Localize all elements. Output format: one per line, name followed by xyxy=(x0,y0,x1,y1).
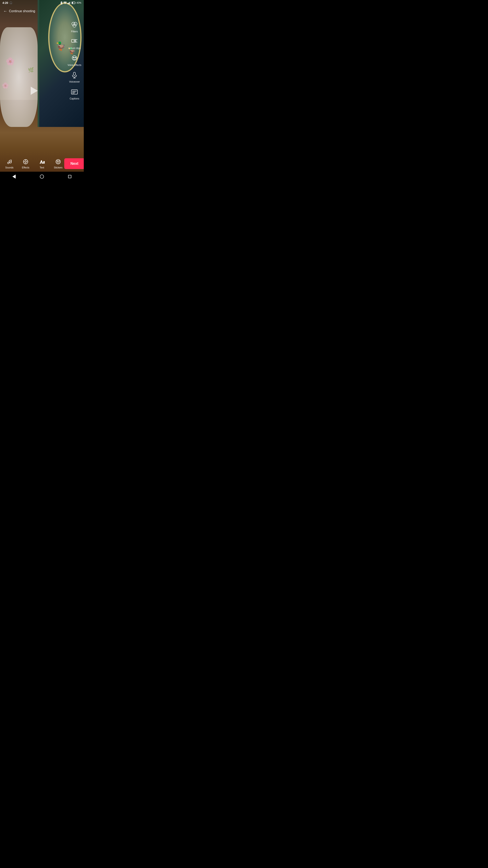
right-tools-panel: Filters Adjust clips xyxy=(67,20,82,100)
android-home-icon xyxy=(40,175,44,179)
svg-point-26 xyxy=(10,161,11,163)
android-recents-icon xyxy=(68,175,71,178)
stickers-label: Stickers xyxy=(54,166,63,169)
voice-effects-label: Voice effects xyxy=(67,64,82,66)
svg-rect-3 xyxy=(70,2,71,4)
svg-text:Aa: Aa xyxy=(40,159,45,164)
adjust-clips-button[interactable]: Adjust clips xyxy=(67,37,82,50)
bluetooth-icon xyxy=(60,1,63,4)
effects-button[interactable]: Effects xyxy=(20,158,32,169)
svg-rect-6 xyxy=(72,2,73,4)
status-left: 4:20 🎧 xyxy=(2,1,12,4)
svg-line-11 xyxy=(76,39,77,40)
bottom-tools-group: Sounds Effects xyxy=(3,158,64,169)
svg-point-8 xyxy=(74,22,77,25)
top-controls: ← Continue shooting xyxy=(0,7,84,15)
status-bar: 4:20 🎧 xyxy=(0,0,84,6)
captions-label: Captions xyxy=(69,97,79,100)
sounds-icon xyxy=(6,158,13,165)
next-button[interactable]: Next xyxy=(64,158,84,169)
effects-label: Effects xyxy=(22,166,29,169)
svg-point-39 xyxy=(59,161,59,161)
android-nav-bar xyxy=(0,172,84,182)
voiceover-icon xyxy=(70,70,79,80)
cup-object: 🌸 🌸 🌿 xyxy=(0,27,38,127)
back-arrow-icon: ← xyxy=(3,9,7,13)
filters-button[interactable]: Filters xyxy=(67,20,82,33)
svg-point-31 xyxy=(25,161,26,162)
headphone-icon: 🎧 xyxy=(9,1,12,4)
svg-line-12 xyxy=(76,42,77,42)
android-recents-button[interactable] xyxy=(65,172,74,181)
svg-rect-2 xyxy=(69,2,70,4)
filters-icon xyxy=(70,20,79,29)
effects-icon xyxy=(22,158,29,165)
svg-rect-1 xyxy=(68,3,69,4)
stickers-button[interactable]: Stickers xyxy=(52,158,64,169)
svg-point-17 xyxy=(75,57,76,58)
svg-rect-5 xyxy=(75,2,75,3)
play-button[interactable] xyxy=(29,86,39,96)
captions-icon xyxy=(70,88,79,96)
voiceover-button[interactable]: Voiceover xyxy=(67,70,82,83)
adjust-clips-label: Adjust clips xyxy=(68,47,81,50)
android-back-icon xyxy=(12,175,15,179)
adjust-clips-icon xyxy=(70,37,79,46)
android-home-button[interactable] xyxy=(37,172,46,181)
continue-shooting-label: Continue shooting xyxy=(9,9,35,13)
text-button[interactable]: Aa Text xyxy=(36,158,48,169)
android-back-button[interactable] xyxy=(9,172,19,181)
svg-rect-0 xyxy=(67,3,68,4)
text-icon: Aa xyxy=(38,158,45,165)
captions-button[interactable]: Captions xyxy=(67,88,82,100)
voice-effects-button[interactable]: Voice effects xyxy=(67,54,82,66)
battery-level: 40% xyxy=(76,1,82,4)
main-screen: 🦆 🦆 🌸 🌸 🌿 4:20 🎧 xyxy=(0,0,84,182)
sounds-label: Sounds xyxy=(5,166,13,169)
status-right: 40% xyxy=(60,1,82,4)
sounds-button[interactable]: Sounds xyxy=(3,158,15,169)
filters-label: Filters xyxy=(71,30,78,33)
voice-effects-icon xyxy=(70,54,79,63)
svg-point-25 xyxy=(7,162,9,164)
svg-point-16 xyxy=(73,57,74,58)
svg-rect-18 xyxy=(73,72,75,75)
play-triangle-icon xyxy=(31,87,38,95)
continue-shooting-button[interactable]: ← Continue shooting xyxy=(3,9,35,13)
svg-point-9 xyxy=(73,24,76,27)
bottom-toolbar: Sounds Effects xyxy=(0,155,84,172)
wifi-icon xyxy=(63,2,67,4)
voiceover-label: Voiceover xyxy=(69,80,80,83)
svg-point-37 xyxy=(56,159,60,164)
svg-point-38 xyxy=(57,161,58,161)
battery-icon xyxy=(72,2,76,4)
signal-icon xyxy=(67,2,71,4)
stickers-icon xyxy=(55,158,62,165)
text-label: Text xyxy=(40,166,44,169)
status-time: 4:20 xyxy=(2,1,8,4)
svg-line-29 xyxy=(9,160,11,160)
